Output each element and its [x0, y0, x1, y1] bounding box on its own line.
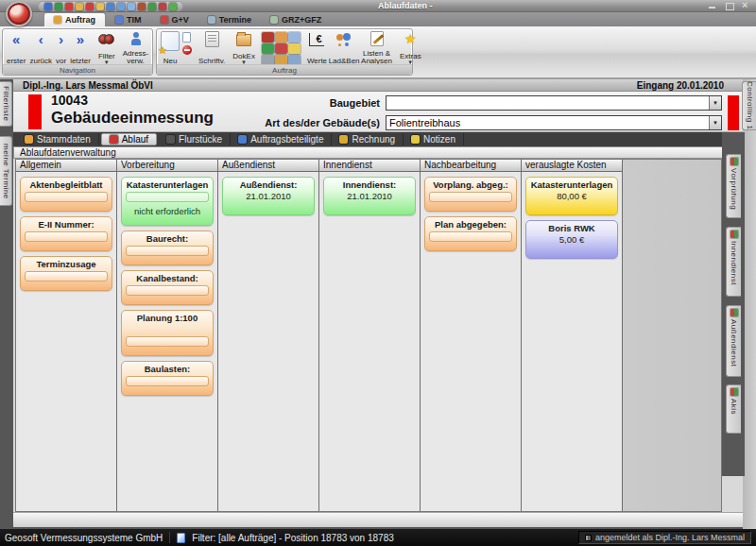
card-input-field[interactable] [25, 271, 108, 282]
copy-document-icon[interactable] [182, 32, 191, 43]
sidebar-tab-innendienst[interactable]: Innendienst [726, 227, 741, 297]
previous-record-button[interactable]: ‹zurück [27, 30, 54, 65]
card-katasterunterlagen[interactable]: Katasterunterlagennicht erforderlich [121, 177, 214, 226]
board-column-nachbearbeitung: NachbearbeitungVorplang. abgeg.:Plan abg… [421, 160, 522, 511]
card-terminzusage[interactable]: Terminzusage [20, 256, 112, 291]
card-input-field[interactable] [126, 246, 209, 256]
qat-icon[interactable] [86, 3, 94, 10]
first-record-button[interactable]: «erster [5, 30, 27, 65]
card-vorplang-abgeg[interactable]: Vorplang. abgeg.: [424, 177, 517, 212]
ribbon-tab-tim[interactable]: TIM [106, 12, 151, 26]
tab-rechnung[interactable]: Rechnung [332, 133, 404, 145]
close-button[interactable] [742, 2, 750, 9]
chevron-double-right-icon: » [77, 31, 84, 47]
card-input-field[interactable] [126, 285, 209, 296]
restore-button[interactable] [725, 2, 733, 9]
board-column-verauslagte-kosten: verauslagte KostenKatasterunterlagen80,0… [522, 160, 623, 511]
schriftverkehr-button[interactable]: Schriftv. [197, 30, 227, 65]
column-header: Außendienst [218, 160, 318, 172]
qat-icon[interactable] [107, 3, 114, 10]
ribbon-group-auftrag: Neu Schriftv. DokEx▼ €Werte Lad&Ben List… [156, 28, 413, 76]
card-planung-1-100[interactable]: Planung 1:100 [121, 310, 214, 356]
qat-icon[interactable] [96, 3, 104, 10]
art-dropdown-button[interactable]: ▼ [709, 116, 721, 129]
card-input-field[interactable] [429, 231, 512, 242]
card-aktenbegleitblatt[interactable]: Aktenbegleitblatt [20, 177, 112, 212]
last-record-button[interactable]: »letzter [68, 30, 93, 65]
card-input-field[interactable] [126, 336, 209, 347]
minimize-button[interactable] [708, 2, 716, 9]
card-input-field[interactable] [25, 231, 108, 242]
baugebiet-dropdown-button[interactable]: ▼ [709, 96, 721, 110]
qat-icon[interactable] [138, 3, 146, 10]
filter-status: Filter: [alle Aufträge] - Position 18783… [192, 533, 393, 543]
card-innendienst[interactable]: Innendienst:21.01.2010 [323, 177, 416, 215]
qat-icon[interactable] [44, 3, 52, 10]
ribbon-tab-auftrag[interactable]: Auftrag [43, 12, 106, 26]
tab-notizen[interactable]: Notizen [404, 133, 464, 145]
user-status-icon [585, 535, 592, 541]
card-außendienst[interactable]: Außendienst:21.01.2010 [222, 177, 315, 215]
column-header: Innendienst [319, 160, 420, 172]
ribbon-tab-guv[interactable]: G+V [151, 12, 198, 26]
tab-auftragsbeteiligte[interactable]: Auftragsbeteiligte [231, 133, 332, 145]
filter-button[interactable]: Filter▼ [96, 30, 117, 65]
card-input-field[interactable] [429, 192, 512, 202]
cancel-icon[interactable] [182, 45, 192, 55]
tab-stammdaten[interactable]: Stammdaten [17, 133, 99, 145]
baugebiet-combobox[interactable]: ▼ [386, 95, 722, 111]
tab-flurstuecke[interactable]: Flurstücke [159, 133, 231, 145]
mini-tool-icon[interactable] [288, 43, 301, 54]
card-e-ii-nummer[interactable]: E-II Nummer: [20, 216, 112, 251]
sidebar-tab-akis[interactable]: Akis [726, 384, 741, 434]
ribbon-tab-grzgfz[interactable]: GRZ+GFZ [261, 12, 331, 26]
mini-tool-icon[interactable] [275, 43, 287, 54]
card-title: Innendienst: [327, 179, 412, 191]
werte-button[interactable]: €Werte [305, 30, 329, 65]
dokex-button[interactable]: DokEx▼ [231, 30, 257, 65]
art-combobox[interactable]: Folientreibhaus ▼ [386, 115, 722, 130]
qat-icon[interactable] [65, 3, 73, 10]
qat-icon[interactable] [55, 3, 62, 10]
card-kanalbestand[interactable]: Kanalbestand: [121, 270, 214, 305]
neu-button[interactable]: Neu [159, 30, 181, 65]
qat-icon[interactable] [159, 3, 166, 10]
mini-tool-icon[interactable] [262, 43, 274, 54]
card-boris-rwk[interactable]: Boris RWK5,00 € [525, 220, 618, 259]
card-baurecht[interactable]: Baurecht: [121, 230, 214, 265]
vorpruefung-icon [730, 158, 738, 165]
qat-icon[interactable] [148, 3, 156, 10]
address-management-button[interactable]: Adress- verw. [121, 30, 151, 65]
qat-icon[interactable] [76, 3, 83, 10]
qat-icon[interactable] [169, 3, 177, 10]
ribbon-tab-termine[interactable]: Termine [198, 12, 261, 26]
extras-button[interactable]: ★Extras▼ [398, 30, 423, 65]
card-input-field[interactable] [126, 192, 209, 202]
card-input-field[interactable] [126, 376, 209, 386]
next-record-button[interactable]: ›vor [54, 30, 68, 65]
card-baulasten[interactable]: Baulasten: [121, 361, 214, 396]
qat-icon[interactable] [117, 3, 125, 10]
card-katasterunterlagen[interactable]: Katasterunterlagen80,00 € [525, 177, 618, 215]
received-date: Eingang 20.01.2010 [637, 80, 724, 91]
sidebar-tab-filterliste[interactable]: Filterliste [0, 81, 12, 127]
ablauf-icon [110, 135, 118, 144]
tab-ablauf[interactable]: Ablauf [101, 133, 157, 145]
column-header: Vorbereitung [117, 160, 217, 172]
card-input-field[interactable] [25, 192, 108, 202]
listen-analysen-button[interactable]: Listen & Analysen [359, 30, 394, 65]
chevron-double-left-icon: « [12, 31, 20, 47]
column-body: AktenbegleitblattE-II Nummer:Terminzusag… [16, 172, 116, 511]
card-title: Vorplang. abgeg.: [428, 179, 513, 191]
sidebar-tab-meine-termine[interactable]: meine Termine [0, 136, 12, 206]
sidebar-tab-aussendienst[interactable]: Außendienst [726, 305, 741, 377]
card-plan-abgegeben[interactable]: Plan abgegeben: [424, 216, 517, 251]
sidebar-tab-controlling[interactable]: Controlling 1 [742, 81, 756, 130]
mini-tool-icon[interactable] [288, 32, 301, 43]
ladben-button[interactable]: Lad&Ben [329, 30, 359, 65]
sidebar-tab-vorpruefung[interactable]: Vorprüfung [726, 154, 741, 218]
qat-icon[interactable] [128, 3, 135, 10]
mini-tool-icon[interactable] [275, 32, 287, 43]
application-menu-button[interactable] [6, 1, 32, 26]
mini-tool-icon[interactable] [262, 32, 274, 43]
